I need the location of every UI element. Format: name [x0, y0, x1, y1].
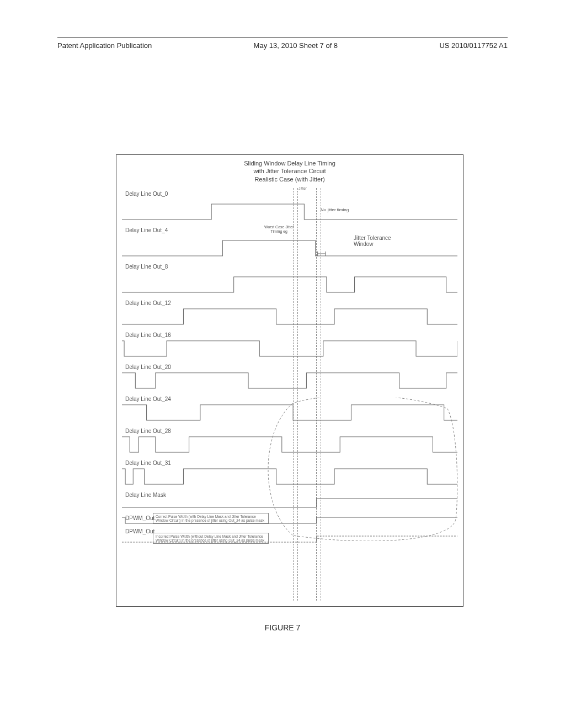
- row-out-12: Delay Line Out_12: [122, 297, 457, 329]
- page-header: Patent Application Publication May 13, 2…: [57, 38, 508, 50]
- row-out-16: Delay Line Out_16: [122, 329, 457, 361]
- figure-title-line3: Realistic Case (with Jitter): [254, 176, 324, 183]
- row-out-28: Delay Line Out_28: [122, 425, 457, 457]
- row-label: Delay Line Out_28: [125, 428, 171, 434]
- worst-case-annotation: Worst Case Jitter Timing eg: [264, 225, 294, 233]
- row-label: Delay Line Out_24: [125, 396, 171, 402]
- waveform: [122, 435, 457, 454]
- waveform: [122, 371, 457, 390]
- figure-title: Sliding Window Delay Line Timing with Ji…: [122, 159, 457, 183]
- row-out-24: Delay Line Out_24: [122, 393, 457, 425]
- waveform: [122, 339, 457, 358]
- waveform: [122, 307, 457, 326]
- row-label: Delay Line Out_12: [125, 300, 171, 306]
- row-label: Delay Line Out_0: [125, 191, 168, 197]
- row-label: Delay Line Out_31: [125, 460, 171, 466]
- row-out-4: Delay Line Out_4 Worst Case Jitter Timin…: [122, 224, 457, 260]
- row-dpwm-correct: DPWM_Out Correct Pulse Width (with Delay…: [122, 512, 457, 527]
- header-right: US 2010/0117752 A1: [439, 41, 508, 50]
- jitter-annotation: Jitter: [299, 186, 307, 191]
- waveform: [122, 403, 457, 422]
- figure-7-diagram: Sliding Window Delay Line Timing with Ji…: [116, 154, 463, 607]
- row-label: Delay Line Out_20: [125, 364, 171, 370]
- row-label: Delay Line Out_16: [125, 332, 171, 338]
- row-out-31: Delay Line Out_31: [122, 457, 457, 489]
- row-out-20: Delay Line Out_20: [122, 361, 457, 393]
- figure-title-line2: with Jitter Tolerance Circuit: [253, 168, 326, 174]
- row-label: Delay Line Out_4: [125, 227, 168, 233]
- row-out-8: Delay Line Out_8: [122, 260, 457, 297]
- header-left: Patent Application Publication: [57, 41, 152, 50]
- row-out-0: Delay Line Out_0 Jitter No jitter timing: [122, 188, 457, 224]
- waveform: [122, 275, 457, 295]
- header-center: May 13, 2010 Sheet 7 of 8: [254, 41, 338, 50]
- waveform: [122, 496, 457, 510]
- figure-title-line1: Sliding Window Delay Line Timing: [244, 160, 335, 167]
- waveform: [122, 202, 457, 222]
- waveform: [122, 515, 457, 525]
- waveform: [122, 467, 457, 486]
- row-mask: Delay Line Mask: [122, 489, 457, 512]
- row-dpwm-incorrect: DPWM_Out Incorrect Pulse Width (without …: [122, 527, 457, 546]
- waveform: [122, 534, 457, 544]
- row-label: Delay Line Out_8: [125, 264, 168, 270]
- waveform: [122, 238, 457, 258]
- figure-caption: FIGURE 7: [0, 623, 565, 632]
